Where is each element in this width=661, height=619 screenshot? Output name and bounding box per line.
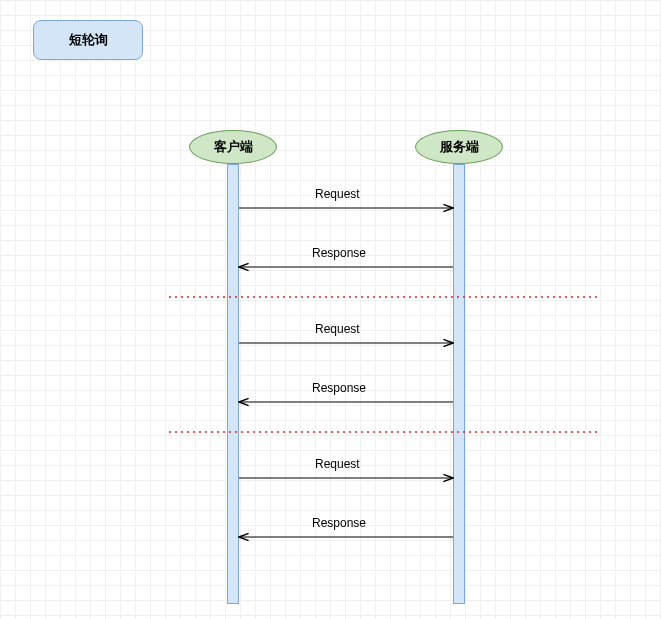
diagram-title: 短轮询: [33, 20, 143, 60]
actor-server: 服务端: [415, 130, 503, 164]
message-label-response-1: Response: [312, 246, 366, 260]
message-label-request-3: Request: [315, 457, 360, 471]
message-label-request-1: Request: [315, 187, 360, 201]
message-label-request-2: Request: [315, 322, 360, 336]
message-label-response-3: Response: [312, 516, 366, 530]
lifeline-client: [227, 164, 239, 604]
lifeline-server: [453, 164, 465, 604]
message-label-response-2: Response: [312, 381, 366, 395]
actor-client: 客户端: [189, 130, 277, 164]
